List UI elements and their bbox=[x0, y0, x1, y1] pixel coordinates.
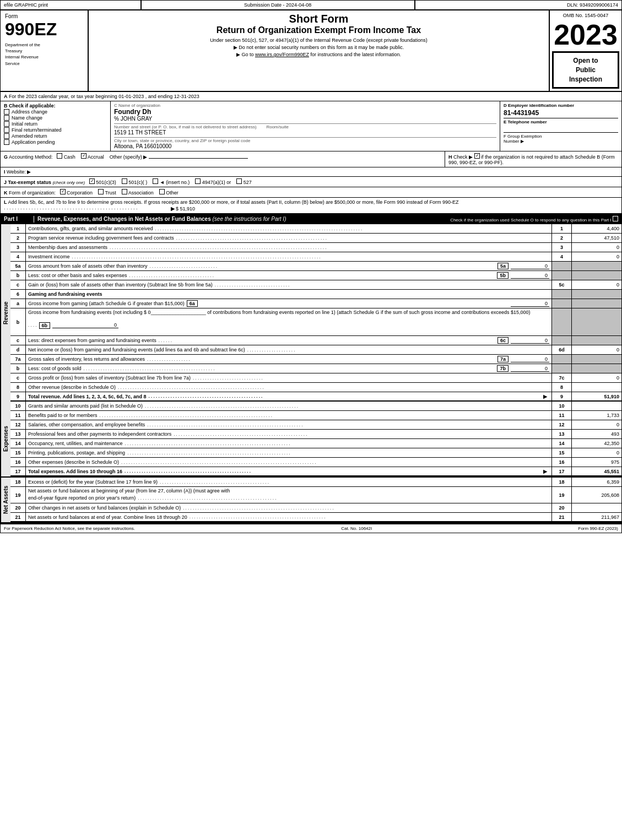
row-16-desc: Other expenses (describe in Schedule O) … bbox=[26, 458, 552, 467]
c-label: C Name of organization bbox=[114, 103, 496, 108]
inline-5b-val: 0 bbox=[511, 273, 549, 279]
row-12-line: 12 bbox=[552, 420, 572, 429]
footer-center: Cat. No. 10642I bbox=[341, 526, 372, 531]
row-7a-line bbox=[552, 355, 572, 364]
checkbox-final-return[interactable] bbox=[4, 127, 9, 133]
row-15-line: 15 bbox=[552, 448, 572, 457]
row-19-cont: end-of-year figure reported on prior yea… bbox=[28, 495, 549, 501]
row-3: 3 Membership dues and assessments . . . … bbox=[10, 243, 621, 252]
label-501c: 501(c)( ) bbox=[128, 180, 147, 185]
b-label: B Check if applicable: bbox=[4, 103, 107, 109]
row-8-line: 8 bbox=[552, 383, 572, 392]
label-trust: Trust bbox=[105, 190, 116, 196]
checkbox-4947[interactable] bbox=[195, 178, 201, 184]
row-17-val: 45,551 bbox=[572, 467, 621, 475]
accrual-label: Accrual bbox=[88, 154, 104, 160]
checkbox-schedule-o[interactable] bbox=[613, 216, 618, 221]
row-5b: b Less: cost or other basis and sales ex… bbox=[10, 271, 621, 280]
row-6c-desc: Less: direct expenses from gaming and fu… bbox=[26, 336, 552, 345]
checkbox-501c[interactable] bbox=[122, 178, 127, 184]
checkbox-insert[interactable] bbox=[153, 178, 158, 184]
ein: 81-4431945 bbox=[504, 109, 618, 117]
form-page: efile GRAPHIC print Submission Date - 20… bbox=[0, 0, 622, 533]
row-19-desc: Net assets or fund balances at beginning… bbox=[26, 487, 552, 503]
row-7a-desc: Gross sales of inventory, less returns a… bbox=[26, 355, 552, 364]
row-9-num: 9 bbox=[10, 392, 26, 400]
label-4947: 4947(a)(1) or bbox=[202, 180, 231, 185]
row-10-val bbox=[572, 402, 621, 410]
row-4-desc: Investment income . . . . . . . . . . . … bbox=[26, 252, 552, 261]
row-11-line: 11 bbox=[552, 411, 572, 420]
checkbox-trust[interactable] bbox=[98, 189, 104, 194]
check-address-change: Address change bbox=[4, 109, 107, 115]
year-block: OMB No. 1545-0047 2023 Open toPublicInsp… bbox=[550, 10, 621, 91]
row-12: 12 Salaries, other compensation, and emp… bbox=[10, 420, 621, 430]
label-final-return: Final return/terminated bbox=[12, 127, 62, 133]
k-text: Form of organization: bbox=[9, 190, 56, 196]
checkbox-assoc[interactable] bbox=[122, 189, 127, 194]
row-1-num: 1 bbox=[10, 224, 26, 233]
checkbox-h[interactable] bbox=[474, 153, 480, 159]
city-label: City or town, state or province, country… bbox=[114, 137, 496, 143]
checkbox-other-k[interactable] bbox=[159, 189, 165, 194]
row-4: 4 Investment income . . . . . . . . . . … bbox=[10, 252, 621, 262]
checkbox-amended-return[interactable] bbox=[4, 133, 9, 139]
section-h: H Check ▶ if the organization is not req… bbox=[445, 151, 621, 167]
row-6a-num: a bbox=[10, 299, 26, 308]
row-7b: b Less: cost of goods sold . . . . . . .… bbox=[10, 364, 621, 373]
check-final-return: Final return/terminated bbox=[4, 127, 107, 133]
row-3-line: 3 bbox=[552, 243, 572, 252]
inline-7b-val: 0 bbox=[511, 366, 549, 372]
address: 1519 11 TH STREET bbox=[114, 129, 496, 136]
inline-6b-label: 6b bbox=[39, 322, 51, 329]
row-3-desc: Membership dues and assessments . . . . … bbox=[26, 243, 552, 252]
checkbox-accrual[interactable] bbox=[81, 153, 86, 159]
inline-6a-val: 0 bbox=[511, 301, 549, 307]
row-5c-num: c bbox=[10, 280, 26, 289]
section-bcd: B Check if applicable: Address change Na… bbox=[1, 101, 621, 151]
row-6b-text1: Gross income from fundraising events (no… bbox=[28, 310, 531, 315]
label-application-pending: Application pending bbox=[12, 139, 55, 145]
form-label: Form bbox=[5, 13, 83, 19]
row-7c-num: c bbox=[10, 373, 26, 382]
e-label: E Telephone number bbox=[504, 118, 618, 124]
row-21-line: 21 bbox=[552, 513, 572, 521]
inline-6c-val: 0 bbox=[511, 338, 549, 344]
checkbox-application-pending[interactable] bbox=[4, 139, 9, 145]
checkbox-address-change[interactable] bbox=[4, 109, 9, 115]
label-501c3: 501(c)(3) bbox=[96, 180, 116, 185]
row-20-val bbox=[572, 503, 621, 512]
checkbox-cash[interactable] bbox=[57, 153, 62, 159]
part1-title: Revenue, Expenses, and Changes in Net As… bbox=[37, 216, 286, 223]
l-label: L bbox=[4, 199, 7, 205]
checkbox-corp[interactable] bbox=[60, 189, 66, 194]
address-label: Number and street (or P. O. box, if mail… bbox=[114, 123, 496, 129]
row-5b-desc: Less: cost or other basis and sales expe… bbox=[26, 271, 552, 280]
row-8: 8 Other revenue (describe in Schedule O)… bbox=[10, 383, 621, 392]
row-2: 2 Program service revenue including gove… bbox=[10, 234, 621, 243]
i-label: I bbox=[4, 169, 6, 175]
checkbox-501c3[interactable] bbox=[89, 178, 95, 184]
row-5a: 5a Gross amount from sale of assets othe… bbox=[10, 262, 621, 271]
row-6d-desc: Net income or (loss) from gaming and fun… bbox=[26, 345, 552, 354]
open-public-badge: Open toPublicInspection bbox=[552, 51, 619, 89]
inline-6c-label: 6c bbox=[497, 337, 509, 344]
row-4-num: 4 bbox=[10, 252, 26, 261]
row-6a-val bbox=[572, 299, 621, 308]
row-7b-desc: Less: cost of goods sold . . . . . . . .… bbox=[26, 364, 552, 373]
short-form-title: Short Form bbox=[93, 13, 544, 25]
checkbox-527[interactable] bbox=[236, 178, 242, 184]
checkbox-name-change[interactable] bbox=[4, 115, 9, 121]
row-21: 21 Net assets or fund balances at end of… bbox=[10, 513, 621, 522]
row-6b-line bbox=[552, 308, 572, 335]
j-text: Tax-exempt status bbox=[8, 180, 53, 185]
section-l: L Add lines 5b, 6c, and 7b to line 9 to … bbox=[1, 198, 621, 214]
row-16: 16 Other expenses (describe in Schedule … bbox=[10, 458, 621, 467]
expenses-section: Expenses 10 Grants and similar amounts p… bbox=[1, 402, 621, 478]
revenue-rows: 1 Contributions, gifts, grants, and simi… bbox=[10, 224, 621, 402]
row-13-val: 493 bbox=[572, 430, 621, 438]
checkbox-initial-return[interactable] bbox=[4, 121, 9, 127]
row-17-num: 17 bbox=[10, 467, 26, 475]
row-21-desc: Net assets or fund balances at end of ye… bbox=[26, 513, 552, 521]
year: 2023 bbox=[552, 20, 619, 49]
